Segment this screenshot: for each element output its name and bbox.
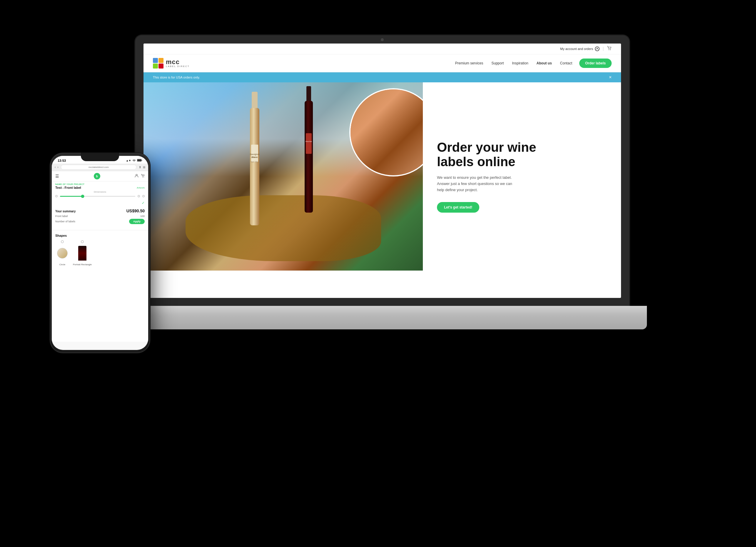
logo-area[interactable]: mcc LABEL DIRECT	[153, 58, 190, 69]
phone-circle-bottle-img	[57, 248, 68, 259]
phone-shape-rect-label: Portrait Rectangle	[73, 263, 92, 266]
phone-device: 13:53 ▲▼ ‹ › mcclabeldirect.com	[50, 153, 150, 353]
nav-contact[interactable]: Contact	[560, 61, 572, 65]
svg-rect-11	[306, 133, 312, 154]
phone-slider-fill	[60, 196, 83, 197]
site-hero: Sauvignon Blanc Napa Valley	[143, 82, 621, 271]
phone-artwork-button[interactable]: Artwork	[137, 186, 145, 189]
phone-wifi-icon	[132, 159, 136, 162]
topbar-account[interactable]: My account and orders	[560, 46, 600, 51]
phone-dimension-slider[interactable]	[60, 196, 135, 197]
phone-shape-rect[interactable]: Portrait Rectangle	[73, 240, 92, 266]
svg-rect-4	[250, 108, 259, 225]
order-labels-button[interactable]: Order labels	[579, 59, 612, 68]
phone-slider-dot-3	[142, 195, 145, 197]
phone-browser-nav: ‹ ›	[55, 166, 59, 169]
phone-header-account-cart	[135, 174, 145, 179]
svg-text:Pinot Noir: Pinot Noir	[306, 141, 312, 142]
phone-check-row: ✓	[52, 200, 148, 206]
svg-point-2	[610, 49, 611, 50]
svg-point-16	[136, 174, 137, 176]
phone-num-labels-label: Number of labels	[55, 220, 75, 223]
site-nav: mcc LABEL DIRECT Premium services Suppor…	[143, 54, 621, 72]
phone-shape-circle-radio[interactable]	[61, 240, 64, 243]
phone-shape-circle[interactable]: Circle	[56, 240, 68, 266]
nav-about-us[interactable]: About us	[537, 61, 552, 65]
svg-rect-10	[305, 101, 313, 213]
svg-text:Blanc: Blanc	[251, 156, 258, 159]
logo-text: mcc LABEL DIRECT	[166, 59, 190, 68]
phone-dim-label: Dimensions	[52, 191, 148, 194]
back-icon[interactable]: ‹	[55, 166, 56, 169]
laptop-camera	[381, 38, 384, 41]
phone-screen: 13:53 ▲▼ ‹ › mcclabeldirect.com	[52, 156, 148, 350]
cart-icon[interactable]	[607, 46, 612, 52]
logo-square-blue	[153, 58, 158, 63]
phone-slider-dot-1	[55, 195, 58, 197]
phone-site-header: ☰ b	[52, 171, 148, 181]
phone-slider-row	[52, 194, 148, 200]
svg-rect-14	[142, 160, 142, 161]
laptop-device: My account and orders	[135, 35, 629, 359]
nav-support[interactable]: Support	[491, 61, 504, 65]
hero-text-panel: Order your wine labels online We want to…	[423, 82, 621, 271]
hero-headline: Order your wine labels online	[437, 140, 607, 169]
svg-rect-3	[252, 92, 258, 109]
phone-body: 13:53 ▲▼ ‹ › mcclabeldirect.com	[50, 153, 150, 353]
phone-logo: b	[94, 173, 100, 179]
laptop-screen: My account and orders	[143, 44, 621, 298]
hero-image-area: Sauvignon Blanc Napa Valley	[143, 82, 423, 271]
site-header: My account and orders	[143, 44, 621, 72]
hero-background-image: Sauvignon Blanc Napa Valley	[143, 82, 423, 271]
svg-text:Sauvignon: Sauvignon	[250, 153, 260, 156]
svg-text:Napa Valley: Napa Valley	[251, 161, 259, 163]
phone-shape-circle-label: Circle	[59, 263, 65, 266]
nav-inspiration[interactable]: Inspiration	[512, 61, 528, 65]
site-topbar: My account and orders	[143, 44, 621, 54]
svg-rect-15	[137, 159, 141, 161]
phone-shapes-grid: Circle Portrait Rectangle	[52, 239, 148, 267]
share-icon[interactable]: ⬆	[139, 166, 141, 169]
phone-rect-image	[76, 244, 88, 262]
logo-square-red	[158, 64, 163, 69]
phone-shape-rect-radio[interactable]	[81, 240, 84, 243]
phone-summary-section: Your summary US$90.50 Front label 100 Nu…	[52, 206, 148, 229]
nav-premium-services[interactable]: Premium services	[455, 61, 483, 65]
nav-links: Premium services Support Inspiration Abo…	[455, 61, 572, 65]
tabs-icon[interactable]: ⊞	[143, 166, 145, 169]
logo-square-orange	[158, 58, 163, 63]
phone-front-label-value: 100	[140, 215, 145, 218]
logo-label: LABEL DIRECT	[166, 65, 190, 68]
phone-num-labels-row: Number of labels Apply	[55, 219, 145, 224]
phone-divider	[52, 230, 148, 230]
svg-point-18	[143, 177, 144, 177]
phone-apply-button[interactable]: Apply	[129, 219, 145, 224]
logo-mcc: mcc	[166, 59, 190, 65]
website: My account and orders	[143, 44, 621, 298]
phone-summary-title: Your summary	[55, 210, 76, 213]
hero-subtext: We want to ensure you get the perfect la…	[437, 175, 519, 193]
phone-site-content: ☰ b NAME OF YOUR PROJECT Test - Front la	[52, 171, 148, 342]
svg-point-1	[609, 49, 609, 50]
phone-cart-icon[interactable]	[141, 174, 145, 179]
topbar-divider	[603, 47, 603, 51]
phone-user-icon[interactable]	[135, 174, 138, 179]
site-banner: This store is for USA orders only. ×	[143, 72, 621, 82]
get-started-button[interactable]: Let's get started!	[437, 202, 479, 213]
svg-rect-9	[306, 86, 311, 102]
laptop-base	[118, 306, 647, 329]
food-board	[186, 195, 381, 261]
phone-shapes-title: Shapes	[52, 231, 148, 239]
phone-slider-dot-2	[138, 195, 140, 197]
phone-battery-icon	[137, 159, 142, 162]
topbar-account-label: My account and orders	[560, 47, 593, 51]
forward-icon[interactable]: ›	[57, 166, 58, 169]
phone-status-icons: ▲▼	[126, 159, 142, 162]
hamburger-menu-icon[interactable]: ☰	[55, 174, 59, 179]
phone-browser-actions: ⬆ ⊞	[139, 166, 145, 169]
phone-slider-thumb	[81, 195, 84, 198]
phone-url-bar[interactable]: mcclabeldirect.com	[61, 165, 136, 170]
phone-time: 13:53	[58, 159, 66, 162]
svg-point-17	[142, 177, 143, 177]
banner-close-button[interactable]: ×	[609, 75, 612, 80]
